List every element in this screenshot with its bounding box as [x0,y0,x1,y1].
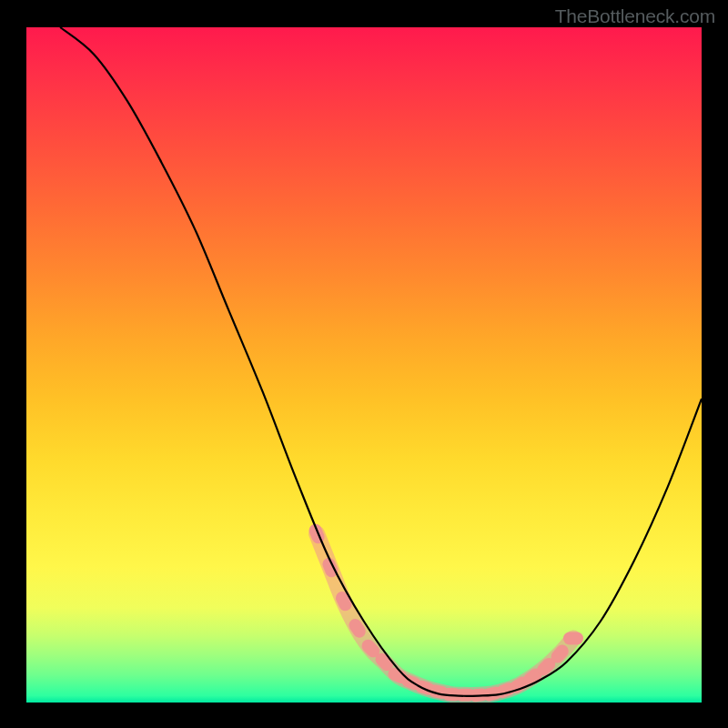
chart-svg [26,27,702,703]
curve-series [60,27,702,696]
pink-pill [563,632,583,645]
curve-path [60,27,702,696]
watermark-text: TheBottleneck.com [555,5,715,27]
pink-band-series [308,522,583,703]
